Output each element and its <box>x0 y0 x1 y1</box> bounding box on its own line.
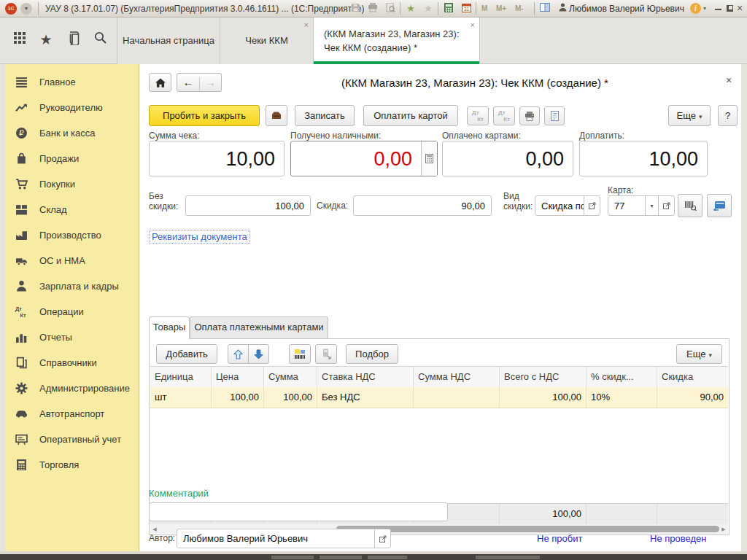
split-window-icon[interactable] <box>538 3 551 15</box>
tab-kkm-receipt-new[interactable]: (ККМ Магазин 23, Магазин 23): Чек ККМ (с… <box>314 18 480 64</box>
add-favorite-icon[interactable]: ★ <box>404 3 417 15</box>
sidebar-item-proizvodstvo[interactable]: Производство <box>5 222 139 248</box>
card-dropdown-button[interactable] <box>645 196 658 215</box>
sidebar-item-operacii[interactable]: ДтКт Операции <box>5 299 139 324</box>
dt-kt-report-button[interactable]: Дт Кт <box>493 106 515 125</box>
sidebar-item-sklad[interactable]: Склад <box>5 197 139 222</box>
info-icon[interactable]: i <box>690 3 701 14</box>
sidebar-item-otchety[interactable]: Отчеты <box>5 324 139 350</box>
dt-kt-postings-button[interactable]: Дт Кт <box>467 106 489 125</box>
table-row[interactable]: шт 100,00 100,00 Без НДС 100,00 10% 90,0… <box>150 387 728 408</box>
cash-register-icon <box>271 111 282 120</box>
column-header[interactable]: Скидка <box>657 367 728 387</box>
card-field[interactable]: 77 <box>608 195 675 216</box>
status-not-posted[interactable]: Не проведен <box>650 533 706 544</box>
history-icon[interactable] <box>64 31 83 50</box>
favorites-panel-icon[interactable]: ★ <box>36 31 55 50</box>
scroll-right-icon[interactable]: ▶ <box>719 526 728 532</box>
fiscal-register-button[interactable] <box>266 105 287 126</box>
forward-button[interactable] <box>200 74 221 91</box>
sidebar-item-spravochniki[interactable]: Справочники <box>5 350 139 376</box>
pick-goods-button[interactable]: Подбор <box>346 344 398 364</box>
column-header[interactable]: Ставка НДС <box>317 367 414 387</box>
sidebar-item-administrirovanie[interactable]: Администрирование <box>5 376 139 401</box>
save-icon[interactable] <box>349 3 362 15</box>
sidebar-item-bank-kassa[interactable]: ₽ Банк и касса <box>5 120 139 146</box>
before-discount-field[interactable]: 100,00 <box>185 195 311 216</box>
table-more-button[interactable]: Еще <box>676 344 722 364</box>
open-button[interactable] <box>584 196 600 215</box>
add-row-button[interactable]: Добавить <box>156 344 217 364</box>
info-dropdown-icon[interactable] <box>703 5 706 12</box>
sum-field[interactable]: 10,00 <box>149 141 285 176</box>
minimize-button[interactable] <box>715 9 721 10</box>
payment-terminal-icon <box>322 349 331 359</box>
author-field[interactable]: Любимов Валерий Юрьевич <box>177 529 391 548</box>
tab-kkm-receipts[interactable]: Чеки ККМ <box>220 18 314 64</box>
restore-button[interactable] <box>727 5 733 12</box>
close-window-button[interactable] <box>737 2 743 14</box>
back-button[interactable] <box>177 74 199 91</box>
scan-barcode-button[interactable] <box>678 194 703 217</box>
calculator-dropdown-button[interactable] <box>421 141 437 176</box>
print-icon[interactable] <box>366 3 379 15</box>
scrollbar-thumb[interactable] <box>336 526 719 532</box>
move-down-button[interactable] <box>248 344 269 364</box>
column-header[interactable]: Цена <box>212 367 264 387</box>
column-header[interactable]: % скидк... <box>587 367 657 387</box>
discount-field[interactable]: 90,00 <box>353 195 492 216</box>
sidebar-item-avtotransport[interactable]: Автотранспорт <box>5 401 139 427</box>
move-up-button[interactable] <box>228 344 249 364</box>
main-menu-icon[interactable] <box>10 31 29 50</box>
search-icon[interactable] <box>90 31 109 50</box>
print-preview-icon[interactable] <box>384 3 397 15</box>
sidebar-item-prodazhi[interactable]: Продажи <box>5 146 139 171</box>
sidebar-item-pokupki[interactable]: Покупки <box>5 171 139 197</box>
more-actions-button[interactable]: Еще <box>668 105 711 126</box>
status-not-printed[interactable]: Не пробит <box>537 533 582 544</box>
pay-by-card-button[interactable]: Оплатить картой <box>363 105 458 126</box>
column-header[interactable]: Сумма НДС <box>414 367 500 387</box>
discount-kind-field[interactable]: Скидка по <box>535 195 600 216</box>
sidebar-item-glavnoe[interactable]: Главное <box>5 69 139 95</box>
column-header[interactable]: Единица <box>150 367 212 387</box>
barcode-entry-button[interactable] <box>289 344 311 364</box>
sidebar-item-operativny-uchet[interactable]: Оперативный учет <box>5 427 139 452</box>
document-requisites-link[interactable]: Реквизиты документа <box>149 230 250 244</box>
system-menu-button[interactable] <box>20 3 32 15</box>
tab-home[interactable]: Начальная страница <box>117 18 220 64</box>
print-receipt-button[interactable] <box>519 106 540 125</box>
sidebar-item-torgovlya[interactable]: Торговля <box>5 452 139 478</box>
open-button[interactable] <box>658 196 674 215</box>
sidebar-item-zarplata[interactable]: Зарплата и кадры <box>5 273 139 299</box>
tab-close-icon[interactable] <box>304 20 309 29</box>
cards-paid-field[interactable]: 0,00 <box>442 141 573 176</box>
calendar-icon[interactable]: 31 <box>460 3 473 15</box>
comment-input[interactable] <box>149 502 448 521</box>
memory-recall-button[interactable]: M <box>481 4 487 12</box>
read-card-button[interactable] <box>707 194 732 217</box>
column-header[interactable]: Всего с НДС <box>500 367 587 387</box>
calculator-icon[interactable] <box>442 3 455 15</box>
sidebar-item-rukovoditelyu[interactable]: Руководителю <box>5 95 139 120</box>
help-button[interactable]: ? <box>718 105 738 126</box>
terminal-button[interactable] <box>315 344 337 364</box>
sidebar-item-os-nma[interactable]: ОС и НМА <box>5 248 139 273</box>
favorites-icon[interactable]: ★ <box>422 3 435 15</box>
close-form-button[interactable] <box>726 74 732 86</box>
post-and-close-button[interactable]: Пробить и закрыть <box>149 105 260 126</box>
tab-card-payments[interactable]: Оплата платежными картами <box>190 316 328 338</box>
current-user-name[interactable]: Любимов Валерий Юрьевич <box>569 4 684 14</box>
tab-close-icon[interactable] <box>471 20 475 29</box>
memory-minus-button[interactable]: M- <box>515 4 524 12</box>
topay-field[interactable]: 10,00 <box>579 141 708 176</box>
save-button[interactable]: Записать <box>295 105 355 126</box>
memory-plus-button[interactable]: M+ <box>496 4 506 12</box>
home-button[interactable] <box>149 73 171 92</box>
cash-received-field[interactable]: 0,00 <box>290 141 438 176</box>
open-button[interactable] <box>374 529 390 548</box>
document-button[interactable] <box>544 106 565 125</box>
scroll-left-icon[interactable]: ◀ <box>150 526 159 532</box>
column-header[interactable]: Сумма <box>264 367 317 387</box>
tab-goods[interactable]: Товары <box>149 316 190 339</box>
